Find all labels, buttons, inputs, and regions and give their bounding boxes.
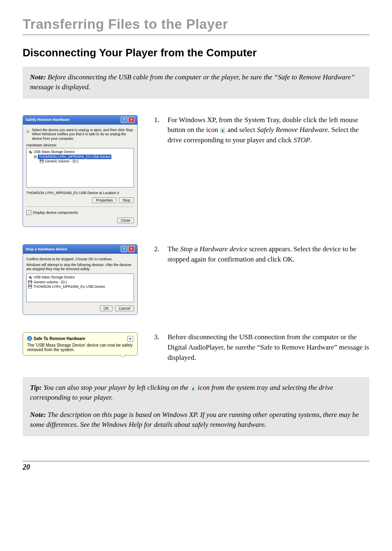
balloon-close-icon[interactable]: × [127,336,133,342]
tip-label: Tip: [30,384,42,391]
balloon-message: The 'USB Mass Storage Device' device can… [27,343,133,352]
help-icon[interactable]: ? [121,246,127,252]
dialog2-line2: Windows will attempt to stop the followi… [26,263,134,271]
note-box-top: Note: Before disconnecting the USB cable… [23,67,369,99]
dialog-stop-device: Stop a Hardware device ? × Confirm devic… [23,244,138,315]
dialog1-status: THOMSON LYRA_MPR2456_EU USB Device at Lo… [26,191,134,195]
page-number: 20 [23,463,369,472]
help-icon[interactable]: ? [121,117,127,123]
list-item[interactable]: 🔌 USB Mass Storage Device [28,150,132,154]
heading-rule [23,35,369,35]
dialog1-title: Safely Remove Hardware [25,118,70,122]
dialog2-line1: Confirm devices to be stopped, Choose OK… [26,257,134,261]
stop-button[interactable]: Stop [119,197,134,203]
dialog2-title: Stop a Hardware device [25,247,67,251]
note2-label: Note: [30,411,46,419]
close-button[interactable]: Close [117,218,134,223]
step-2-text: The Stop a Hardware device screen appear… [168,244,369,264]
properties-button[interactable]: Properties [92,197,116,203]
balloon-safe-to-remove: iSafe To Remove Hardware × The 'USB Mass… [23,332,138,356]
list-item[interactable]: 💾 Generic volume - (D:) [28,280,132,285]
step-3-row: iSafe To Remove Hardware × The 'USB Mass… [23,332,369,363]
usb-tray-icon [220,127,226,133]
step-2-row: Stop a Hardware device ? × Confirm devic… [23,244,369,318]
dialog2-listbox[interactable]: 🔌 USB Mass Storage Device 💾 Generic volu… [26,273,134,302]
close-icon[interactable]: × [128,246,135,252]
step-3-text: Before disconnecting the USB connection … [168,332,369,363]
dialog-safely-remove: Safely Remove Hardware ? × Select the de… [23,115,138,227]
note-text: Before disconnecting the USB cable from … [30,73,355,91]
section-heading: Disconnecting Your Player from the Compu… [23,46,369,59]
footer: 20 [23,461,369,472]
dialog1-intro: Select the device you want to unplug or … [32,128,134,141]
list-item[interactable]: 🔌 USB Mass Storage Device [28,275,132,280]
main-heading: Transferring Files to the Player [23,16,369,32]
list-item-selected[interactable]: ⊟ THOMSON LYRA_MPR2456_EU USB Device [28,155,132,159]
step-1-text: For Windows XP, from the System Tray, do… [168,115,369,146]
usb-eject-icon [26,128,30,135]
note-label: Note: [30,73,46,81]
close-icon[interactable]: × [128,117,135,123]
list-item[interactable]: 💾 Generic volume - (D:) [28,159,132,164]
ok-button[interactable]: OK [100,306,113,311]
step-number: 1. [154,115,159,146]
display-components-checkbox[interactable]: ✓ Display device components [26,210,134,215]
note2-text: The description on this page is based on… [30,411,359,428]
step-number: 3. [154,332,159,363]
checkbox-icon: ✓ [26,210,31,215]
list-item[interactable]: 💾 THOMSON LYRA_MPR2456_EU USB Device [28,285,132,289]
usb-tray-icon [190,386,196,391]
cancel-button[interactable]: Cancel [115,306,134,311]
tip-note-box: Tip: You can also stop your player by le… [23,377,369,436]
step-number: 2. [154,244,159,264]
dialog1-listbox[interactable]: 🔌 USB Mass Storage Device ⊟ THOMSON LYRA… [26,148,134,188]
info-icon: i [27,336,32,341]
step-1-row: Safely Remove Hardware ? × Select the de… [23,115,369,231]
tip-text-pre: You can also stop your player by left cl… [42,384,190,391]
dialog1-hw-label: Hardware devices: [26,143,134,147]
